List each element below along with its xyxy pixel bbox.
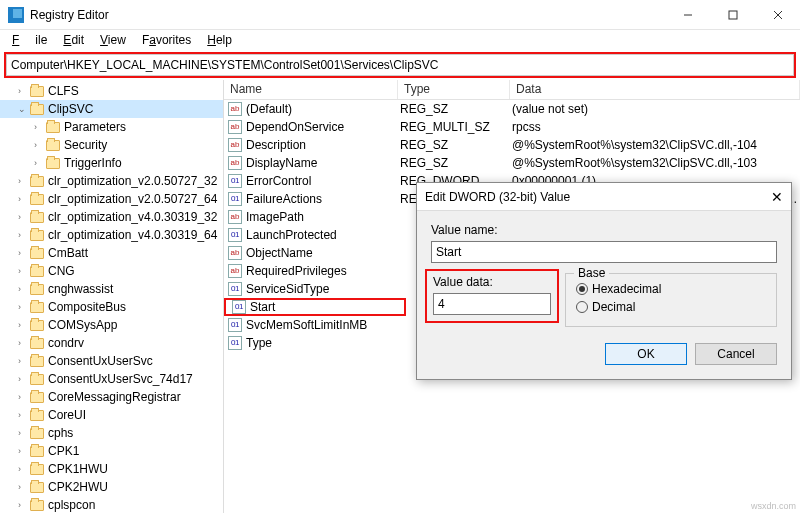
value-name: Type — [246, 336, 400, 350]
tree-item-label: CPK1 — [48, 444, 79, 458]
tree-item[interactable]: ›cplspcon — [0, 496, 223, 513]
tree-item[interactable]: ›COMSysApp — [0, 316, 223, 334]
menu-edit[interactable]: Edit — [55, 31, 92, 49]
tree-item[interactable]: ›Security — [0, 136, 223, 154]
value-row[interactable]: DependOnServiceREG_MULTI_SZrpcss — [224, 118, 800, 136]
folder-icon — [30, 284, 44, 295]
radio-dec[interactable]: Decimal — [576, 298, 766, 316]
chevron-right-icon[interactable]: › — [18, 410, 28, 420]
chevron-right-icon[interactable]: › — [34, 140, 44, 150]
chevron-right-icon[interactable]: › — [18, 176, 28, 186]
radio-hex[interactable]: Hexadecimal — [576, 280, 766, 298]
tree-item[interactable]: ⌄ClipSVC — [0, 100, 223, 118]
chevron-right-icon[interactable]: › — [18, 500, 28, 510]
value-data: rpcss — [512, 120, 800, 134]
chevron-right-icon[interactable]: › — [18, 230, 28, 240]
radio-hex-icon — [576, 283, 588, 295]
chevron-down-icon[interactable]: ⌄ — [18, 104, 28, 114]
watermark: wsxdn.com — [751, 501, 796, 511]
menu-file[interactable]: FFileile — [4, 31, 55, 49]
tree-item[interactable]: ›clr_optimization_v4.0.30319_64 — [0, 226, 223, 244]
binary-icon — [228, 336, 242, 350]
tree-item-label: clr_optimization_v4.0.30319_32 — [48, 210, 217, 224]
value-data-input[interactable] — [433, 293, 551, 315]
menu-view[interactable]: View — [92, 31, 134, 49]
tree-item[interactable]: ›clr_optimization_v2.0.50727_32 — [0, 172, 223, 190]
tree-item[interactable]: ›cnghwassist — [0, 280, 223, 298]
col-data[interactable]: Data — [510, 80, 800, 99]
chevron-right-icon[interactable]: › — [18, 284, 28, 294]
chevron-right-icon[interactable]: › — [18, 212, 28, 222]
titlebar: Registry Editor — [0, 0, 800, 30]
chevron-right-icon[interactable]: › — [18, 302, 28, 312]
value-name-input[interactable] — [431, 241, 777, 263]
tree-item-label: Parameters — [64, 120, 126, 134]
tree-item[interactable]: ›CoreMessagingRegistrar — [0, 388, 223, 406]
tree-pane[interactable]: ›CLFS⌄ClipSVC›Parameters›Security›Trigge… — [0, 80, 224, 513]
folder-icon — [30, 194, 44, 205]
menu-help[interactable]: Help — [199, 31, 240, 49]
value-row[interactable]: DescriptionREG_SZ@%SystemRoot%\system32\… — [224, 136, 800, 154]
cancel-button[interactable]: Cancel — [695, 343, 777, 365]
tree-item[interactable]: ›Parameters — [0, 118, 223, 136]
value-name: RequiredPrivileges — [246, 264, 400, 278]
chevron-right-icon[interactable]: › — [18, 446, 28, 456]
menu-favorites[interactable]: Favorites — [134, 31, 199, 49]
chevron-right-icon[interactable]: › — [18, 194, 28, 204]
folder-icon — [30, 230, 44, 241]
tree-item[interactable]: ›CoreUI — [0, 406, 223, 424]
maximize-button[interactable] — [710, 0, 755, 30]
chevron-right-icon[interactable]: › — [18, 392, 28, 402]
chevron-right-icon[interactable]: › — [18, 428, 28, 438]
col-name[interactable]: Name — [224, 80, 398, 99]
chevron-right-icon[interactable]: › — [18, 374, 28, 384]
value-name: (Default) — [246, 102, 400, 116]
tree-item-label: CNG — [48, 264, 75, 278]
binary-icon — [228, 318, 242, 332]
tree-item[interactable]: ›ConsentUxUserSvc_74d17 — [0, 370, 223, 388]
tree-item-label: condrv — [48, 336, 84, 350]
chevron-right-icon[interactable]: › — [34, 122, 44, 132]
chevron-right-icon[interactable]: › — [18, 482, 28, 492]
tree-item[interactable]: ›CNG — [0, 262, 223, 280]
tree-item[interactable]: ›CPK2HWU — [0, 478, 223, 496]
tree-item[interactable]: ›CPK1 — [0, 442, 223, 460]
tree-item[interactable]: ›TriggerInfo — [0, 154, 223, 172]
chevron-right-icon[interactable]: › — [18, 338, 28, 348]
col-type[interactable]: Type — [398, 80, 510, 99]
tree-item[interactable]: ›CPK1HWU — [0, 460, 223, 478]
value-row[interactable]: (Default)REG_SZ(value not set) — [224, 100, 800, 118]
start-highlight: Start — [224, 298, 406, 316]
tree-item[interactable]: ›ConsentUxUserSvc — [0, 352, 223, 370]
minimize-button[interactable] — [665, 0, 710, 30]
value-data: @%SystemRoot%\system32\ClipSVC.dll,-103 — [512, 156, 800, 170]
dialog-close-icon[interactable]: ✕ — [771, 189, 783, 205]
tree-item[interactable]: ›condrv — [0, 334, 223, 352]
dialog-titlebar[interactable]: Edit DWORD (32-bit) Value ✕ — [417, 183, 791, 211]
value-name: ImagePath — [246, 210, 400, 224]
folder-icon — [46, 140, 60, 151]
value-row[interactable]: DisplayNameREG_SZ@%SystemRoot%\system32\… — [224, 154, 800, 172]
chevron-right-icon[interactable]: › — [18, 320, 28, 330]
tree-item[interactable]: ›CLFS — [0, 82, 223, 100]
chevron-right-icon[interactable]: › — [18, 356, 28, 366]
tree-item[interactable]: ›CmBatt — [0, 244, 223, 262]
ok-button[interactable]: OK — [605, 343, 687, 365]
base-group: Base Hexadecimal Decimal — [565, 273, 777, 327]
folder-icon — [30, 446, 44, 457]
value-name: Description — [246, 138, 400, 152]
addressbar[interactable]: Computer\HKEY_LOCAL_MACHINE\SYSTEM\Contr… — [6, 54, 794, 76]
tree-item[interactable]: ›clr_optimization_v2.0.50727_64 — [0, 190, 223, 208]
tree-item-label: CLFS — [48, 84, 79, 98]
chevron-right-icon[interactable]: › — [34, 158, 44, 168]
close-button[interactable] — [755, 0, 800, 30]
tree-item[interactable]: ›cphs — [0, 424, 223, 442]
folder-icon — [30, 266, 44, 277]
tree-item[interactable]: ›clr_optimization_v4.0.30319_32 — [0, 208, 223, 226]
tree-item[interactable]: ›CompositeBus — [0, 298, 223, 316]
chevron-right-icon[interactable]: › — [18, 248, 28, 258]
chevron-right-icon[interactable]: › — [18, 266, 28, 276]
chevron-right-icon[interactable]: › — [18, 464, 28, 474]
chevron-right-icon[interactable]: › — [18, 86, 28, 96]
tree-item-label: CPK2HWU — [48, 480, 108, 494]
